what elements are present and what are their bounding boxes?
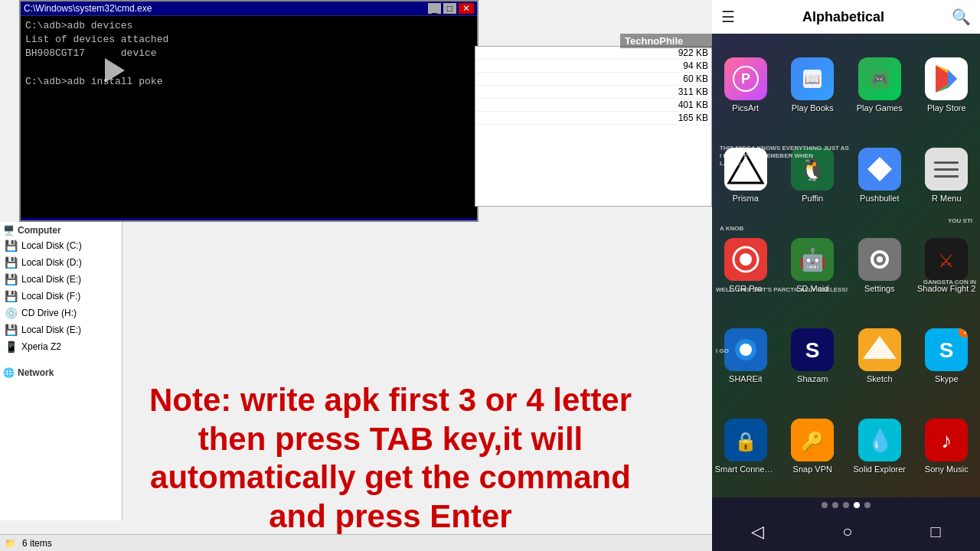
playgames-icon: 🎮 <box>858 57 901 100</box>
svg-text:🤖: 🤖 <box>799 247 826 272</box>
dot-4[interactable] <box>854 502 860 508</box>
rmenu-icon <box>925 148 968 191</box>
skype-badge: 1 <box>959 328 968 337</box>
app-playstore[interactable]: Play Store <box>913 40 981 130</box>
playgames-label: Play Games <box>857 103 903 112</box>
app-playgames[interactable]: 🎮 Play Games <box>846 40 913 130</box>
file-row-3: 60 KB <box>475 73 711 86</box>
sidebar-label-e2: Local Disk (E:) <box>21 324 81 335</box>
scr-icon <box>724 238 767 281</box>
svg-text:📖: 📖 <box>805 72 820 86</box>
svg-text:🎮: 🎮 <box>872 72 887 86</box>
cmd-maximize[interactable]: □ <box>443 3 456 14</box>
cmd-line-5: C:\adb>adb install poke <box>25 75 472 89</box>
app-scr[interactable]: SCR Pro <box>712 220 779 311</box>
note-line1: Note: write apk first 3 or 4 letter <box>61 381 720 419</box>
sidebar-item-local-d[interactable]: 💾 Local Disk (D:) <box>0 254 122 271</box>
app-settings[interactable]: Settings <box>846 220 913 311</box>
home-button[interactable]: ○ <box>836 516 858 548</box>
app-picsart[interactable]: P PicsArt <box>712 40 779 130</box>
cmd-line-1: C:\adb>adb devices <box>25 19 472 33</box>
file-size-5: 401 KB <box>678 99 708 110</box>
app-prisma[interactable]: Prisma <box>712 130 779 220</box>
app-shazam[interactable]: S Shazam <box>779 311 847 401</box>
sidebar-label-c: Local Disk (C:) <box>21 240 82 251</box>
hamburger-icon[interactable]: ☰ <box>721 8 735 26</box>
svg-text:S: S <box>939 338 954 362</box>
solid-icon: 💧 <box>858 419 901 461</box>
back-button[interactable]: ◁ <box>745 516 770 548</box>
file-row-2: 94 KB <box>475 60 711 73</box>
phone-icon: 📱 <box>5 341 18 353</box>
sidebar-label-d: Local Disk (D:) <box>21 257 82 268</box>
cmd-line-2: List of devices attached <box>25 33 472 47</box>
dot-2[interactable] <box>832 502 838 508</box>
sidebar-item-local-c[interactable]: 💾 Local Disk (C:) <box>0 237 122 254</box>
disk-icon-d: 💾 <box>5 256 18 269</box>
recent-button[interactable]: □ <box>925 516 947 548</box>
sidebar-item-local-f[interactable]: 💾 Local Disk (F:) <box>0 288 122 305</box>
playstore-icon <box>925 57 968 100</box>
app-shareit[interactable]: SHAREit <box>712 311 779 401</box>
file-size-6: 165 KB <box>678 112 708 123</box>
app-grid: THIS NIGGA KNOWS EVERYTHING JUST AS I DO… <box>712 34 980 497</box>
file-list-area: 922 KB 94 KB 60 KB 311 KB 401 KB 165 KB <box>475 46 712 207</box>
search-icon[interactable]: 🔍 <box>952 8 971 26</box>
puffin-label: Puffin <box>802 194 823 203</box>
svg-text:S: S <box>805 338 820 362</box>
app-sdmaid[interactable]: 🤖 SD Maid <box>779 220 847 311</box>
smart-icon: 🔒 <box>724 419 767 461</box>
svg-text:⚔: ⚔ <box>938 250 955 271</box>
cmd-minimize[interactable]: _ <box>428 3 441 14</box>
app-puffin[interactable]: 🐧 Puffin <box>779 130 847 220</box>
note-line3: automatically get the command <box>61 458 720 497</box>
cursor-arrow <box>105 58 125 83</box>
app-skype[interactable]: S 1 Skype <box>913 311 981 401</box>
app-solid[interactable]: 💧 Solid Explorer <box>846 401 913 491</box>
cmd-window[interactable]: C:\Windows\system32\cmd.exe _ □ ✕ C:\adb… <box>19 0 479 222</box>
cmd-close[interactable]: ✕ <box>459 3 474 14</box>
sdmaid-label: SD Maid <box>796 284 828 293</box>
picsart-icon: P <box>724 57 767 100</box>
sidebar-item-xperia[interactable]: 📱 Xperia Z2 <box>0 338 122 355</box>
note-text: Note: write apk first 3 or 4 letter then… <box>61 381 720 536</box>
svg-point-23 <box>740 253 752 266</box>
puffin-icon: 🐧 <box>791 148 834 191</box>
app-shadow[interactable]: ⚔ Shadow Fight 2 <box>913 220 981 311</box>
phone-navbar: ◁ ○ □ <box>712 513 980 551</box>
solid-label: Solid Explorer <box>854 465 906 474</box>
file-row-5: 401 KB <box>475 99 711 112</box>
app-sony[interactable]: ♪ Sony Music <box>913 401 981 491</box>
pushbullet-icon <box>858 148 901 191</box>
file-row-4: 311 KB <box>475 86 711 99</box>
app-rmenu[interactable]: R Menu <box>913 130 981 220</box>
dot-5[interactable] <box>864 502 871 508</box>
picsart-label: PicsArt <box>732 103 759 112</box>
note-line4: and press Enter <box>61 497 720 536</box>
sidebar-label-e: Local Disk (E:) <box>21 274 81 285</box>
app-smart[interactable]: 🔒 Smart Connect™ <box>712 401 779 491</box>
sidebar-item-local-e[interactable]: 💾 Local Disk (E:) <box>0 271 122 288</box>
dot-3[interactable] <box>843 502 849 508</box>
playbooks-icon: 📖 <box>791 57 834 100</box>
shazam-label: Shazam <box>797 374 828 383</box>
skype-label: Skype <box>935 374 959 383</box>
app-sketch[interactable]: Sketch <box>846 311 913 401</box>
settings-icon <box>858 238 901 281</box>
svg-text:🔒: 🔒 <box>734 430 757 452</box>
app-snapvpn[interactable]: 🔑 Snap VPN <box>779 401 847 491</box>
cmd-titlebar: C:\Windows\system32\cmd.exe _ □ ✕ <box>21 2 477 16</box>
cmd-title: C:\Windows\system32\cmd.exe <box>24 3 152 14</box>
dot-1[interactable] <box>822 502 828 508</box>
file-size-4: 311 KB <box>678 86 708 97</box>
app-pushbullet[interactable]: Pushbullet <box>846 130 913 220</box>
disk-icon-c: 💾 <box>5 240 18 252</box>
sketch-icon <box>858 328 901 371</box>
pushbullet-label: Pushbullet <box>860 194 899 203</box>
sidebar-item-cd[interactable]: 💿 CD Drive (H:) <box>0 305 122 321</box>
app-playbooks[interactable]: 📖 Play Books <box>779 40 847 130</box>
sidebar-item-local-e2[interactable]: 💾 Local Disk (E:) <box>0 321 122 338</box>
dots-indicator <box>712 497 980 513</box>
computer-section-header: 🖥️ Computer <box>0 222 122 237</box>
playbooks-label: Play Books <box>792 103 834 112</box>
